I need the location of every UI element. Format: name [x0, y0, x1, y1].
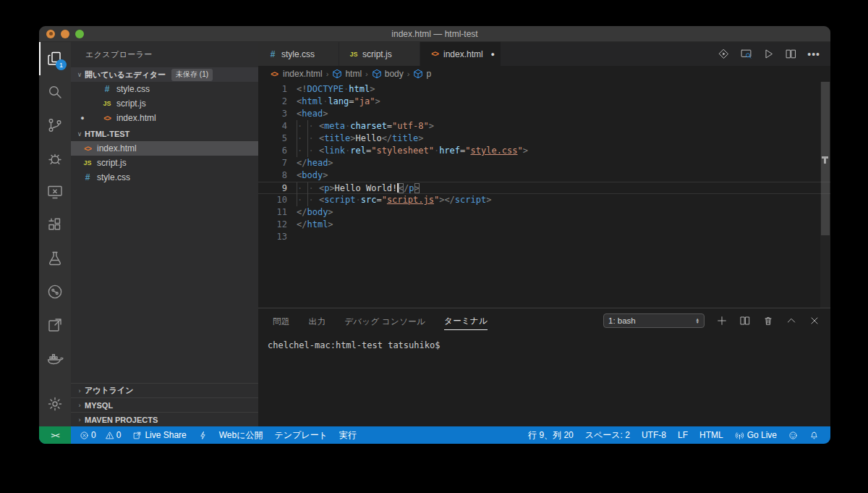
panel-tab-デバッグ コンソール[interactable]: デバッグ コンソール: [344, 312, 425, 330]
open-in-browser-button[interactable]: [718, 48, 730, 60]
activity-item-search[interactable]: [39, 75, 71, 109]
code-line-2[interactable]: 2<html·lang="ja">: [258, 96, 830, 108]
code-line-3[interactable]: 3<head>: [258, 108, 830, 120]
file-link[interactable]: style.css: [471, 146, 518, 156]
status-bar-right: 行 9、列 20スペース: 2UTF-8LFHTMLGo Live: [522, 426, 825, 444]
activity-item-debug[interactable]: [39, 142, 71, 175]
activity-item-project-circle[interactable]: [39, 275, 71, 308]
terminal-content[interactable]: chelchel-mac:html-test tatsuhiko$: [258, 333, 830, 426]
js-file-icon: JS: [101, 100, 113, 107]
status-indentation[interactable]: スペース: 2: [579, 426, 636, 444]
sidebar-section-maven-projects[interactable]: ›MAVEN PROJECTS: [71, 412, 258, 426]
kill-terminal-button[interactable]: [762, 315, 774, 326]
title-bar: index.html — html-test: [39, 26, 830, 42]
open-editor-item[interactable]: ●<>index.html: [71, 111, 258, 125]
more-actions-button[interactable]: •••: [807, 49, 820, 60]
breadcrumb-item-p[interactable]: p: [413, 69, 431, 79]
sidebar-section-mysql[interactable]: ›MYSQL: [71, 397, 258, 412]
breadcrumb-label: index.html: [283, 69, 323, 79]
maximize-panel-button[interactable]: [786, 315, 797, 326]
code-token: ·: [356, 195, 361, 205]
code-line-4[interactable]: 4· · <meta·charset="utf-8">: [258, 120, 830, 132]
panel-tab-出力[interactable]: 出力: [309, 312, 326, 330]
status-language-mode[interactable]: HTML: [694, 426, 729, 444]
status-zap[interactable]: [192, 426, 213, 444]
code-line-10[interactable]: 10· · <script·src="script.js"></script>: [258, 194, 830, 206]
code-editor[interactable]: 1<!DOCTYPE·html>2<html·lang="ja">3<head>…: [258, 82, 830, 308]
code-line-1[interactable]: 1<!DOCTYPE·html>: [258, 83, 830, 96]
tab-style.css[interactable]: #style.css: [258, 42, 339, 66]
remote-indicator[interactable]: ><: [39, 426, 71, 444]
code-line-7[interactable]: 7</head>: [258, 157, 830, 169]
tree-file-item[interactable]: #style.css: [71, 170, 258, 185]
activity-item-docker[interactable]: [39, 342, 71, 375]
sidebar-section-アウトライン[interactable]: ›アウトライン: [71, 383, 258, 397]
status-run[interactable]: 実行: [333, 426, 362, 444]
status-encoding[interactable]: UTF-8: [636, 426, 672, 444]
code-token: >: [350, 133, 355, 143]
zap-icon: [198, 431, 208, 440]
open-preview-button[interactable]: [740, 48, 752, 60]
file-name: style.css: [116, 84, 150, 94]
status-publish-web[interactable]: Webに公開: [213, 426, 269, 444]
code-token: <!: [297, 84, 307, 94]
code-line-11[interactable]: 11</body>: [258, 206, 830, 219]
activity-item-remote-explorer[interactable]: [39, 175, 71, 208]
kill-terminal-icon: [762, 315, 774, 326]
activity-item-test-beaker[interactable]: [39, 242, 71, 275]
panel-tab-ターミナル[interactable]: ターミナル: [444, 311, 488, 330]
activity-item-live-share[interactable]: [39, 308, 71, 342]
activity-item-settings[interactable]: [39, 387, 71, 421]
breadcrumb-item-index.html[interactable]: <>index.html: [268, 69, 323, 79]
activity-item-source-control[interactable]: [39, 109, 71, 142]
code-token: script: [324, 195, 355, 205]
new-terminal-button[interactable]: [716, 315, 728, 326]
tree-file-item[interactable]: JSscript.js: [71, 156, 258, 170]
open-editors-header[interactable]: ∨ 開いているエディター 未保存 (1): [71, 67, 258, 82]
tree-file-item[interactable]: <>index.html: [71, 141, 258, 156]
folder-header[interactable]: ∨ HTML-TEST: [71, 127, 258, 141]
error-count: 0: [91, 430, 96, 440]
status-eol[interactable]: LF: [672, 426, 694, 444]
panel-tab-問題[interactable]: 問題: [273, 312, 290, 330]
activity-item-extensions[interactable]: [39, 208, 71, 242]
close-panel-button[interactable]: [809, 315, 820, 326]
chevron-down-icon: ∨: [75, 71, 85, 78]
status-cursor-position[interactable]: 行 9、列 20: [522, 426, 579, 444]
code-token: "ja": [354, 96, 375, 106]
breadcrumb-item-body[interactable]: body: [372, 69, 404, 79]
code-line-8[interactable]: 8<body>: [258, 169, 830, 182]
line-number: 7: [258, 157, 287, 169]
activity-item-explorer[interactable]: 1: [39, 42, 71, 75]
code-line-13[interactable]: 13: [258, 231, 830, 243]
line-number: 4: [258, 120, 287, 132]
breadcrumb-item-html[interactable]: html: [332, 69, 362, 79]
css-file-icon: #: [267, 49, 278, 59]
status-live-share[interactable]: Live Share: [127, 426, 192, 444]
open-editor-item[interactable]: #style.css: [71, 82, 258, 96]
code-token: ": [382, 195, 387, 205]
code-line-5[interactable]: 5· · <title>Hello</title>: [258, 132, 830, 145]
run-button[interactable]: [762, 48, 775, 60]
status-feedback[interactable]: [783, 426, 804, 444]
file-link[interactable]: script.js: [387, 195, 434, 205]
code-token: meta: [324, 121, 345, 131]
terminal-shell-select[interactable]: 1: bash ▲▼: [603, 313, 705, 328]
code-line-6[interactable]: 6· · <link·rel="stylesheet"·href="style.…: [258, 145, 830, 157]
editor-scrollbar[interactable]: [820, 82, 830, 308]
tab-index.html[interactable]: <>index.html●: [420, 42, 501, 66]
status-notifications[interactable]: [804, 426, 825, 444]
status-go-live[interactable]: Go Live: [729, 426, 783, 444]
status-problems[interactable]: 00: [74, 426, 127, 444]
code-line-9[interactable]: 9· · <p>Hello World!</p>: [258, 182, 830, 194]
tab-script.js[interactable]: JSscript.js: [339, 42, 420, 66]
status-template[interactable]: テンプレート: [269, 426, 333, 444]
unsaved-badge: 未保存 (1): [171, 69, 213, 81]
code-token: lang: [328, 96, 349, 106]
split-terminal-button[interactable]: [739, 315, 751, 326]
open-editor-item[interactable]: JSscript.js: [71, 96, 258, 111]
split-editor-button[interactable]: [785, 48, 797, 60]
code-content: <head>: [287, 108, 328, 120]
html-file-icon: <>: [82, 145, 93, 153]
code-line-12[interactable]: 12</html>: [258, 219, 830, 231]
